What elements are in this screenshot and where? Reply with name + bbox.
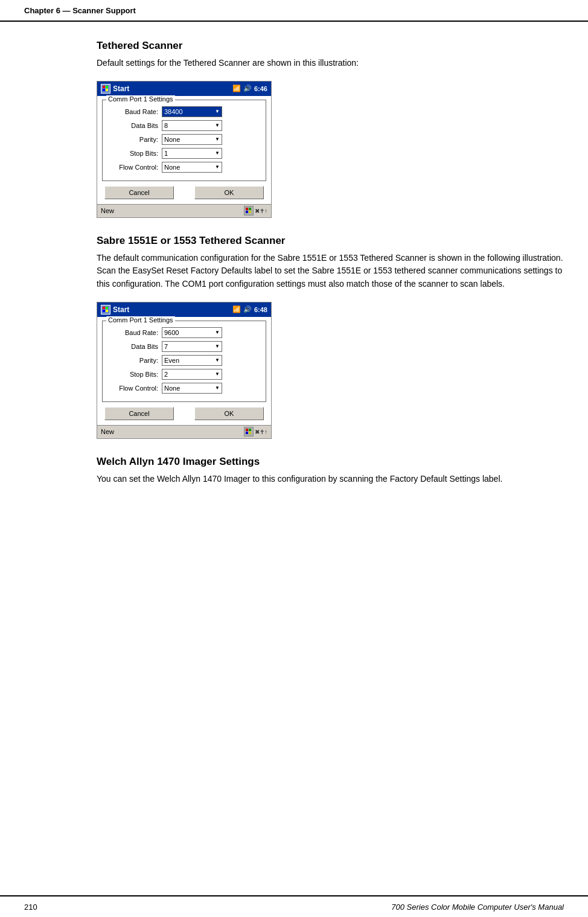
parity-dropdown-1[interactable]: None ▼ [162, 134, 222, 145]
button-row-2: Cancel OK [102, 407, 266, 420]
data-bits-value-2: 7 [164, 343, 168, 350]
cancel-button-2[interactable]: Cancel [104, 407, 174, 420]
page-footer: 210 700 Series Color Mobile Computer Use… [0, 895, 588, 917]
baud-rate-row-1: Baud Rate: 38400 ▼ [107, 106, 261, 117]
group-box-2: Comm Port 1 Settings Baud Rate: 9600 ▼ [102, 321, 266, 402]
tethered-scanner-device-screen: Start 📶 🔊 6:46 Comm Port 1 Settings [97, 81, 272, 218]
title-bar-right-1: 📶 🔊 6:46 [232, 85, 267, 92]
screen-body-1: Comm Port 1 Settings Baud Rate: 38400 ▼ [97, 96, 271, 204]
flow-control-arrow-1: ▼ [215, 164, 220, 170]
start-label-2[interactable]: Start [113, 305, 129, 314]
parity-value-1: None [164, 136, 180, 143]
flow-control-label-2: Flow Control: [107, 385, 162, 392]
svg-rect-7 [249, 211, 251, 213]
stop-bits-label-1: Stop Bits: [107, 150, 162, 157]
svg-rect-13 [249, 429, 251, 431]
flow-control-row-1: Flow Control: None ▼ [107, 162, 261, 173]
svg-rect-9 [106, 307, 108, 309]
data-bits-arrow-2: ▼ [215, 343, 220, 349]
data-bits-arrow-1: ▼ [215, 123, 220, 128]
taskbar-icon-box-2a [244, 427, 254, 436]
baud-rate-row-2: Baud Rate: 9600 ▼ [107, 327, 261, 338]
taskbar-symbol-1: ✖✝↑ [255, 208, 267, 214]
stop-bits-arrow-2: ▼ [215, 371, 220, 377]
stop-bits-label-2: Stop Bits: [107, 371, 162, 378]
taskbar-icons-1: ✖✝↑ [244, 206, 267, 216]
time-2: 6:48 [254, 306, 267, 313]
svg-rect-1 [106, 86, 108, 88]
sabre-scanner-screen-container: Start 📶 🔊 6:48 Comm Port 1 Settings [97, 302, 564, 439]
data-bits-row-1: Data Bits 8 ▼ [107, 120, 261, 131]
data-bits-label-2: Data Bits [107, 343, 162, 350]
group-content-1: Baud Rate: 38400 ▼ Data Bits 8 [107, 106, 261, 173]
sabre-scanner-heading: Sabre 1551E or 1553 Tethered Scanner [97, 235, 564, 247]
svg-rect-3 [106, 89, 108, 91]
parity-value-2: Even [164, 357, 179, 364]
start-icon-2 [101, 305, 110, 315]
parity-arrow-1: ▼ [215, 136, 220, 142]
baud-rate-dropdown-2[interactable]: 9600 ▼ [162, 327, 222, 338]
group-content-2: Baud Rate: 9600 ▼ Data Bits 7 [107, 327, 261, 394]
stop-bits-row-2: Stop Bits: 2 ▼ [107, 369, 261, 380]
svg-rect-10 [103, 310, 105, 312]
tethered-scanner-screen-container: Start 📶 🔊 6:46 Comm Port 1 Settings [97, 81, 564, 218]
data-bits-label-1: Data Bits [107, 122, 162, 129]
cancel-button-1[interactable]: Cancel [104, 186, 174, 199]
stop-bits-value-1: 1 [164, 150, 168, 157]
stop-bits-dropdown-1[interactable]: 1 ▼ [162, 148, 222, 159]
parity-label-1: Parity: [107, 136, 162, 143]
stop-bits-row-1: Stop Bits: 1 ▼ [107, 148, 261, 159]
welch-allyn-body: You can set the Welch Allyn 1470 Imager … [97, 473, 564, 486]
start-label-1[interactable]: Start [113, 85, 129, 93]
baud-rate-arrow-1: ▼ [215, 109, 220, 114]
flow-control-value-1: None [164, 164, 180, 171]
baud-rate-label-2: Baud Rate: [107, 329, 162, 336]
baud-rate-value-1: 38400 [164, 108, 183, 115]
stop-bits-dropdown-2[interactable]: 2 ▼ [162, 369, 222, 380]
flow-control-dropdown-2[interactable]: None ▼ [162, 383, 222, 394]
button-row-1: Cancel OK [102, 186, 266, 199]
section-sabre-scanner: Sabre 1551E or 1553 Tethered Scanner The… [97, 235, 564, 439]
parity-row-2: Parity: Even ▼ [107, 355, 261, 366]
footer-page-number: 210 [24, 903, 37, 912]
main-content: Tethered Scanner Default settings for th… [97, 22, 564, 895]
speaker-icon-1: 🔊 [243, 85, 252, 92]
taskbar-2: New ✖✝↑ [97, 425, 271, 438]
svg-rect-4 [246, 208, 248, 210]
svg-rect-12 [246, 429, 248, 431]
stop-bits-value-2: 2 [164, 371, 168, 378]
section-welch-allyn: Welch Allyn 1470 Imager Settings You can… [97, 456, 564, 486]
ok-button-2[interactable]: OK [194, 407, 264, 420]
data-bits-dropdown-2[interactable]: 7 ▼ [162, 341, 222, 352]
baud-rate-dropdown-1[interactable]: 38400 ▼ [162, 106, 222, 117]
flow-control-row-2: Flow Control: None ▼ [107, 383, 261, 394]
flow-control-value-2: None [164, 385, 180, 392]
screen-body-2: Comm Port 1 Settings Baud Rate: 9600 ▼ [97, 317, 271, 425]
sabre-scanner-device-screen: Start 📶 🔊 6:48 Comm Port 1 Settings [97, 302, 272, 439]
signal-icon-1: 📶 [232, 85, 241, 92]
title-bar-right-2: 📶 🔊 6:48 [232, 305, 267, 313]
svg-rect-5 [249, 208, 251, 210]
taskbar-icon-box-1a [244, 206, 254, 216]
title-bar-1: Start 📶 🔊 6:46 [97, 81, 271, 96]
time-1: 6:46 [254, 85, 267, 92]
title-bar-2: Start 📶 🔊 6:48 [97, 302, 271, 317]
group-box-title-2: Comm Port 1 Settings [106, 316, 175, 324]
taskbar-new-1: New [101, 207, 114, 214]
group-box-1: Comm Port 1 Settings Baud Rate: 38400 ▼ [102, 100, 266, 181]
parity-arrow-2: ▼ [215, 357, 220, 363]
data-bits-dropdown-1[interactable]: 8 ▼ [162, 120, 222, 131]
flow-control-dropdown-1[interactable]: None ▼ [162, 162, 222, 173]
parity-row-1: Parity: None ▼ [107, 134, 261, 145]
parity-dropdown-2[interactable]: Even ▼ [162, 355, 222, 366]
parity-label-2: Parity: [107, 357, 162, 364]
stop-bits-arrow-1: ▼ [215, 150, 220, 156]
footer-book-title: 700 Series Color Mobile Computer User's … [391, 903, 564, 912]
svg-rect-8 [103, 307, 105, 309]
title-bar-left-1: Start [101, 84, 129, 94]
ok-button-1[interactable]: OK [194, 186, 264, 199]
flow-control-arrow-2: ▼ [215, 385, 220, 391]
baud-rate-arrow-2: ▼ [215, 330, 220, 335]
svg-rect-6 [246, 211, 248, 213]
taskbar-1: New ✖✝↑ [97, 204, 271, 217]
